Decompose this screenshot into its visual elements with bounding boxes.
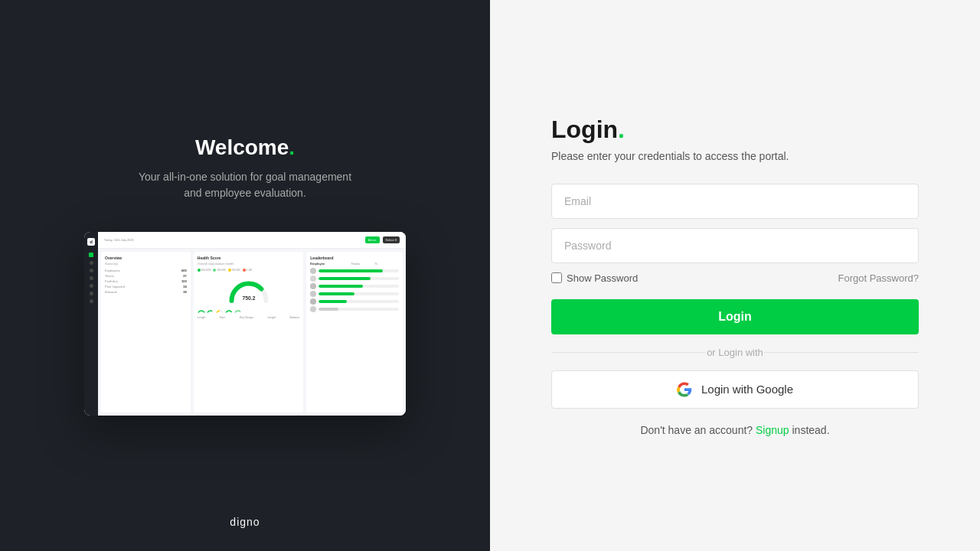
- overview-row-3: Portfolios 100: [105, 279, 187, 283]
- mockup-tab-active: Active: [365, 236, 380, 243]
- show-password-label[interactable]: Show Password: [551, 272, 638, 284]
- password-input[interactable]: [551, 228, 919, 263]
- overview-title: Overview: [105, 256, 187, 260]
- mockup-leaderboard-card: Leaderboard Employee Teams %: [306, 252, 403, 412]
- signup-link[interactable]: Signup: [756, 424, 789, 436]
- lb-row-4: [310, 291, 399, 297]
- svg-text:750.2: 750.2: [242, 295, 255, 301]
- lb-row-2: [310, 276, 399, 282]
- mockup-logo: d: [87, 238, 95, 246]
- health-gauge: 750.2: [198, 275, 300, 304]
- lb-row-6: [310, 306, 399, 312]
- google-login-label: Login with Google: [701, 383, 793, 396]
- mockup-nav-dot-5: [90, 284, 93, 288]
- overview-sub: Summary: [105, 262, 187, 266]
- lb-row-5: [310, 298, 399, 305]
- mockup-sidebar: d: [84, 232, 98, 416]
- overview-row-4: Peer Impacted 34: [105, 285, 187, 289]
- small-gauges: [198, 307, 300, 315]
- welcome-section: Welcome. Your all-in-one solution for go…: [130, 135, 360, 201]
- mockup-nav-dot-1: [89, 253, 93, 257]
- left-panel: Welcome. Your all-in-one solution for go…: [0, 0, 490, 551]
- lb-row-1: [310, 268, 399, 274]
- mockup-nav-dot-2: [90, 261, 93, 265]
- login-button[interactable]: Login: [551, 299, 919, 334]
- mockup-header: Today: 11th July 2021 Active Select II: [98, 232, 406, 249]
- welcome-subtitle: Your all-in-one solution for goal manage…: [130, 169, 360, 201]
- brand-name: digno: [230, 516, 260, 528]
- mockup-overview-card: Overview Summary Employees 600 Teams 37 …: [101, 252, 191, 412]
- or-divider: or Login with: [551, 347, 919, 358]
- dashboard-mockup: d Today: 11th July 2021 Active Select II: [84, 232, 406, 416]
- overview-row-5: Rewards 38: [105, 290, 187, 294]
- mockup-content: Today: 11th July 2021 Active Select II O…: [98, 232, 406, 416]
- signup-text: Don't have an account? Signup instead.: [551, 424, 919, 436]
- mockup-nav-dot-6: [90, 292, 93, 295]
- overview-row-1: Employees 600: [105, 269, 187, 272]
- mockup-date: Today: 11th July 2021: [104, 238, 134, 242]
- forgot-password-link[interactable]: Forgot Password?: [838, 272, 920, 284]
- overview-row-2: Teams 37: [105, 274, 187, 278]
- login-subtitle: Please enter your credentials to access …: [551, 150, 919, 162]
- mockup-nav-dot-3: [90, 269, 93, 272]
- login-title: Login.: [551, 116, 919, 144]
- options-row: Show Password Forgot Password?: [551, 272, 919, 284]
- google-login-button[interactable]: Login with Google: [551, 370, 919, 409]
- mockup-nav-dot-4: [90, 276, 93, 280]
- lb-row-3: [310, 283, 399, 289]
- mockup-health-card: Health Score Overall organisation health…: [194, 252, 304, 412]
- login-form: Login. Please enter your credentials to …: [551, 116, 919, 436]
- mockup-body: Overview Summary Employees 600 Teams 37 …: [98, 249, 406, 416]
- email-input[interactable]: [551, 184, 919, 219]
- health-sub: Overall organisation health: [198, 262, 300, 266]
- mockup-nav-dot-7: [90, 299, 93, 303]
- show-password-checkbox[interactable]: [551, 272, 562, 283]
- welcome-title: Welcome.: [130, 135, 360, 160]
- right-panel: Login. Please enter your credentials to …: [490, 0, 980, 551]
- leaderboard-title: Leaderboard: [310, 256, 399, 260]
- google-icon: [677, 382, 692, 397]
- health-title: Health Score: [198, 256, 300, 260]
- mockup-tab-inactive: Select II: [383, 236, 400, 243]
